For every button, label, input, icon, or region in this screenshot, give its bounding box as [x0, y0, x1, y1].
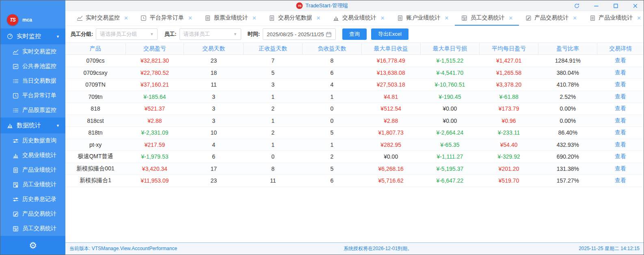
neg-days-cell: 2 — [303, 151, 361, 163]
close-button[interactable] — [631, 2, 639, 9]
sidebar-item[interactable]: 员工业绩统计 — [0, 177, 65, 192]
pos-days-cell: 2 — [244, 103, 303, 115]
refresh-button[interactable] — [573, 2, 580, 9]
tab-close-icon[interactable]: ✕ — [252, 15, 257, 21]
app-window: TS TradeStart-管理端 TS mca 实时监控▼实时交易监控公共券池… — [0, 0, 644, 255]
view-detail-link[interactable]: 查看 — [615, 81, 626, 87]
max-loss-cell: ¥0.00 — [420, 115, 479, 127]
days-cell: 3 — [184, 103, 244, 115]
tab-close-icon[interactable]: ✕ — [380, 15, 385, 21]
clock-icon — [12, 92, 19, 99]
view-detail-link[interactable]: 查看 — [615, 69, 626, 76]
view-detail-link[interactable]: 查看 — [615, 165, 626, 172]
view-detail-link[interactable]: 查看 — [615, 153, 626, 159]
tab-close-icon[interactable]: ✕ — [188, 15, 192, 21]
view-detail-link[interactable]: 查看 — [615, 57, 626, 63]
date-range-input[interactable]: 2025/08/25 - 2025/11/25 — [263, 28, 336, 40]
detail-cell: 查看 — [597, 103, 644, 115]
sidebar-item-label: 公共券池监控 — [22, 63, 56, 70]
main-panel: 实时交易监控✕平台异常订单✕股票业绩统计✕交易分笔数据✕交易业绩统计✕账户业绩统… — [65, 11, 644, 255]
view-detail-link[interactable]: 查看 — [615, 129, 626, 135]
sidebar-item[interactable]: 历史券息记录 — [0, 192, 65, 207]
export-excel-button[interactable]: 导出Excel — [371, 28, 408, 40]
tab-close-icon[interactable]: ✕ — [316, 15, 321, 21]
pnl-cell: ¥22,780.52 — [125, 67, 184, 79]
avg-daily-cell: ¥3,378.20 — [480, 79, 538, 91]
max-loss-cell: ¥-4,541.70 — [420, 67, 479, 79]
sidebar-item-label: 产品交易统计 — [22, 210, 56, 218]
list-icon — [12, 107, 19, 113]
avg-daily-cell: ¥0.96 — [480, 115, 538, 127]
line-chart-icon — [12, 48, 19, 55]
employee-select[interactable]: 请选择员工 ▼ — [179, 28, 241, 40]
chevron-down-icon: ▼ — [56, 35, 60, 39]
sidebar-item[interactable]: 公共券池监控 — [0, 59, 65, 74]
license-text: 系统授权将在2026-12-01到期。 — [344, 245, 412, 252]
tab-close-icon[interactable]: ✕ — [573, 15, 577, 21]
view-detail-link[interactable]: 查看 — [615, 117, 626, 124]
table-row: 新模拟撮合1¥11,953.0923116¥5,716.62¥-6,647.22… — [65, 175, 644, 187]
sidebar-item[interactable]: 交易业绩统计 — [0, 148, 65, 163]
tab-9[interactable]: 产品业绩统计✕ — [583, 11, 644, 26]
tab-5[interactable]: 交易业绩统计✕ — [327, 11, 391, 26]
tab-close-icon[interactable]: ✕ — [637, 15, 641, 21]
bar-chart-icon — [12, 152, 19, 159]
pos-days-cell: 1 — [244, 91, 303, 103]
query-button[interactable]: 查询 — [342, 28, 367, 40]
tab-4[interactable]: 交易分笔数据✕ — [263, 11, 327, 26]
maximize-button[interactable] — [612, 2, 619, 9]
sidebar-group-label: 实时监控 — [17, 33, 41, 40]
refresh-icon — [573, 2, 580, 9]
max-gain-cell: ¥6,268.16 — [361, 163, 420, 175]
sidebar-item[interactable]: 产品交易统计 — [0, 207, 65, 221]
tab-2[interactable]: 平台异常订单✕ — [134, 11, 199, 26]
tab-3[interactable]: 股票业绩统计✕ — [199, 11, 263, 26]
tab-1[interactable]: 实时交易监控✕ — [70, 11, 134, 26]
product-cell: pt-xy — [65, 139, 125, 151]
column-header: 交易盈亏 — [125, 43, 184, 55]
days-cell: 18 — [184, 67, 244, 79]
sidebar-group-header-0[interactable]: 实时监控▼ — [0, 28, 65, 44]
product-cell: 0709TN — [65, 79, 125, 91]
max-gain-cell: ¥5,716.62 — [361, 175, 420, 187]
pnl-cell: ¥-2,331.09 — [125, 127, 184, 139]
gear-icon[interactable]: ⚙ — [29, 241, 37, 250]
detail-cell: 查看 — [597, 163, 644, 175]
tab-label: 平台异常订单 — [150, 14, 184, 22]
pos-days-cell: 7 — [244, 55, 303, 67]
ratio-cell: 432.93% — [538, 139, 597, 151]
sidebar-item[interactable]: 历史数据查询 — [0, 133, 65, 148]
tab-close-icon[interactable]: ✕ — [508, 15, 513, 21]
sidebar-item[interactable]: 产品业绩统计 — [0, 163, 65, 177]
calendar-icon — [325, 31, 332, 37]
sliders-icon — [12, 137, 19, 144]
view-detail-link[interactable]: 查看 — [615, 93, 626, 100]
sidebar-item[interactable]: 员工交易统计 — [0, 221, 65, 236]
date-range-value: 2025/08/25 - 2025/11/25 — [267, 31, 324, 37]
trend-box-icon — [12, 63, 19, 70]
sidebar-item[interactable]: 产品股票监控 — [0, 103, 65, 118]
tab-bar: 实时交易监控✕平台异常订单✕股票业绩统计✕交易分笔数据✕交易业绩统计✕账户业绩统… — [65, 11, 644, 26]
max-loss-cell: ¥-190.45 — [420, 91, 479, 103]
sidebar-item[interactable]: 平台异常订单 — [0, 88, 65, 103]
table-row: 0709cs¥32,821.302378¥16,778.49¥-1,515.22… — [65, 55, 644, 67]
tab-close-icon[interactable]: ✕ — [124, 15, 128, 21]
detail-cell: 查看 — [597, 127, 644, 139]
employee-label: 员工: — [164, 31, 176, 38]
sidebar-item[interactable]: 当日交易数据 — [0, 74, 65, 88]
sidebar-item[interactable]: 实时交易监控 — [0, 44, 65, 59]
employee-group-label: 员工分组: — [70, 31, 93, 38]
edit-doc-icon — [12, 211, 19, 217]
tab-7[interactable]: 员工交易统计✕ — [455, 11, 519, 26]
employee-group-select[interactable]: 请选择员工分组 ▼ — [96, 28, 158, 40]
sidebar-nav: 实时监控▼实时交易监控公共券池监控当日交易数据平台异常订单产品股票监控数据统计▼… — [0, 28, 65, 236]
tab-6[interactable]: 账户业绩统计✕ — [391, 11, 455, 26]
tab-8[interactable]: 产品交易统计✕ — [519, 11, 583, 26]
sidebar-group-header-1[interactable]: 数据统计▼ — [0, 118, 65, 133]
view-detail-link[interactable]: 查看 — [615, 141, 626, 148]
tab-close-icon[interactable]: ✕ — [445, 15, 449, 21]
minimize-button[interactable] — [592, 2, 600, 9]
ratio-cell: 157.27% — [538, 175, 597, 187]
view-detail-link[interactable]: 查看 — [615, 105, 626, 111]
view-detail-link[interactable]: 查看 — [615, 177, 626, 183]
